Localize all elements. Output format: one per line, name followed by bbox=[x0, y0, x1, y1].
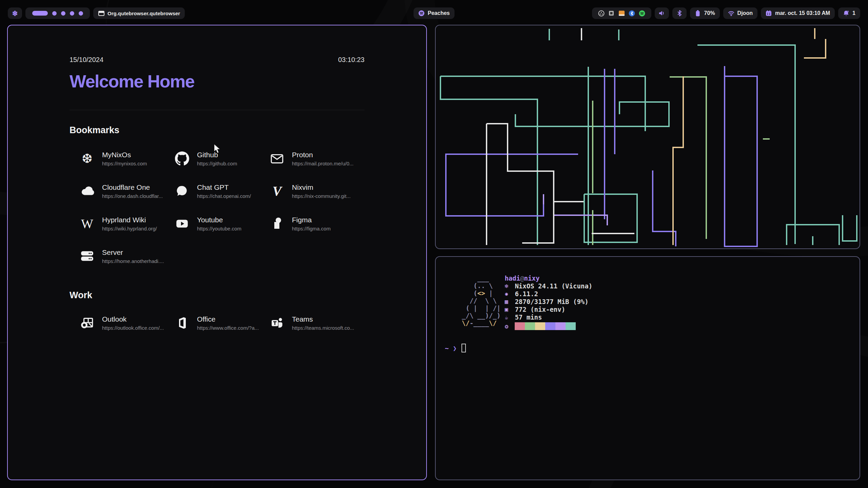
workspace-active[interactable] bbox=[32, 11, 48, 16]
terminal-cursor bbox=[461, 344, 466, 352]
bookmark-url: https://teams.microsoft.co... bbox=[292, 325, 354, 331]
notification-count: 1 bbox=[852, 10, 855, 16]
bookmark-name: Nixvim bbox=[292, 183, 351, 191]
chat-bubble-icon bbox=[175, 184, 190, 199]
fastfetch-packages-line: ▣ 772 (nix-env) bbox=[505, 306, 592, 313]
bookmark-outlook[interactable]: Outlook https://outlook.office.com/... bbox=[80, 314, 175, 332]
system-tray[interactable] bbox=[592, 7, 651, 19]
workspace-dot[interactable] bbox=[79, 11, 83, 16]
shell-prompt[interactable]: ~ ❯ bbox=[445, 344, 849, 352]
workspace-dot[interactable] bbox=[52, 11, 57, 16]
teams-icon bbox=[270, 316, 284, 330]
mouse-cursor bbox=[213, 144, 222, 155]
palette-swatch bbox=[566, 322, 576, 330]
kernel-icon: ✺ bbox=[505, 290, 515, 298]
youtube-icon bbox=[175, 216, 190, 231]
bookmark-url: https://outlook.office.com/... bbox=[102, 325, 164, 331]
bookmarks-grid: ❆ MyNixOs https://mynixos.com Github htt… bbox=[70, 150, 364, 265]
bell-icon bbox=[843, 10, 849, 17]
startpage-time: 03:10:23 bbox=[338, 56, 364, 64]
bookmark-name: MyNixOs bbox=[102, 151, 147, 159]
mynixos-icon: ❆ bbox=[80, 151, 95, 166]
bookmark-server[interactable]: Server https://home.anotherhadi.... bbox=[80, 247, 175, 265]
cloud-icon bbox=[80, 184, 95, 199]
palette-icon: ❂ bbox=[505, 322, 515, 330]
bookmark-url: https://home.anotherhadi.... bbox=[102, 258, 164, 264]
bookmark-url: https://mail.proton.me/u/0... bbox=[292, 161, 354, 166]
bookmark-office[interactable]: Office https://www.office.com/?a... bbox=[175, 314, 270, 332]
bookmark-youtube[interactable]: Youtube https://youtube.com bbox=[175, 215, 270, 232]
fastfetch-os-line: ❄ NixOS 24.11 (Vicuna) bbox=[505, 282, 592, 290]
bookmark-name: Cloudflare One bbox=[102, 183, 163, 191]
figma-icon bbox=[270, 216, 284, 231]
pipes-window[interactable] bbox=[435, 25, 860, 249]
bookmark-hyprland-wiki[interactable]: W Hyprland Wiki https://wiki.hyprland.or… bbox=[80, 215, 175, 232]
window-title-module[interactable]: Org.qutebrowser.qutebrowser bbox=[93, 7, 185, 19]
window-icon bbox=[98, 10, 104, 17]
calendar-icon bbox=[766, 10, 772, 17]
password-manager-icon[interactable] bbox=[608, 10, 615, 17]
workspace-dot[interactable] bbox=[70, 11, 74, 16]
nixos-icon: ❄ bbox=[505, 282, 515, 290]
bookmark-proton[interactable]: Proton https://mail.proton.me/u/0... bbox=[270, 150, 364, 167]
bookmark-name: Office bbox=[197, 315, 259, 323]
wifi-icon bbox=[728, 10, 734, 17]
bookmark-figma[interactable]: Figma https://figma.com bbox=[270, 215, 364, 232]
bookmark-name: Chat GPT bbox=[197, 183, 251, 191]
battery-icon bbox=[695, 10, 701, 17]
bookmark-chatgpt[interactable]: Chat GPT https://chat.openai.com/ bbox=[175, 182, 270, 200]
bookmark-url: https://youtube.com bbox=[197, 226, 241, 231]
speaker-icon bbox=[658, 10, 665, 17]
divider bbox=[70, 110, 364, 110]
bookmark-url: https://github.com bbox=[197, 161, 237, 166]
bookmark-url: https://nix-community.git... bbox=[292, 193, 351, 199]
media-title: Peaches bbox=[428, 10, 450, 16]
bluetooth-module[interactable] bbox=[672, 7, 687, 19]
server-icon bbox=[80, 249, 95, 264]
bookmark-name: Teams bbox=[292, 315, 354, 323]
bluetooth-icon bbox=[676, 10, 683, 17]
bookmark-name: Figma bbox=[292, 216, 331, 224]
palette-swatch bbox=[515, 322, 525, 330]
clock-label: mar. oct. 15 03:10 AM bbox=[775, 10, 830, 16]
workspaces-module[interactable] bbox=[25, 7, 90, 19]
network-ssid: Djoon bbox=[737, 10, 753, 16]
packages-value: 772 (nix-env) bbox=[515, 306, 565, 313]
workspace-dot[interactable] bbox=[61, 11, 65, 16]
fastfetch-user-host: hadi@nixy bbox=[505, 274, 592, 282]
bookmark-name: Youtube bbox=[197, 216, 241, 224]
bookmark-teams[interactable]: Teams https://teams.microsoft.co... bbox=[270, 314, 364, 332]
bookmark-nixvim[interactable]: V Nixvim https://nix-community.git... bbox=[270, 182, 364, 200]
fastfetch-uptime-line: ☕ 57 mins bbox=[505, 313, 592, 321]
browser-window[interactable]: 15/10/2024 03:10:23 Welcome Home Bookmar… bbox=[7, 25, 427, 480]
clock-module[interactable]: mar. oct. 15 03:10 AM bbox=[761, 7, 835, 19]
palette-swatch bbox=[545, 322, 555, 330]
record-icon[interactable] bbox=[598, 10, 605, 17]
terminal-window[interactable]: ___ (.. \ (<> | // \ \ ( | | /|_/\ __)/_… bbox=[435, 256, 860, 480]
bookmark-url: https://www.office.com/?a... bbox=[197, 325, 259, 331]
bookmark-cloudflare-one[interactable]: Cloudflare One https://one.dash.cloudfla… bbox=[80, 182, 175, 200]
network-module[interactable]: Djoon bbox=[723, 7, 757, 19]
prompt-cwd: ~ bbox=[445, 344, 449, 352]
uptime-value: 57 mins bbox=[515, 313, 542, 321]
terminal-palette bbox=[515, 322, 576, 330]
nixos-snowflake-icon: ❄ bbox=[12, 10, 18, 17]
volume-module[interactable] bbox=[655, 7, 669, 19]
battery-module[interactable]: 70% bbox=[690, 7, 720, 19]
spotify-tray-icon[interactable] bbox=[639, 10, 645, 17]
launcher-button[interactable]: ❄ bbox=[8, 7, 22, 19]
files-icon[interactable] bbox=[618, 10, 625, 17]
bookmark-mynixos[interactable]: ❆ MyNixOs https://mynixos.com bbox=[80, 150, 175, 167]
spotify-icon bbox=[418, 10, 425, 17]
palette-swatch bbox=[535, 322, 545, 330]
notifications-module[interactable]: 1 bbox=[838, 7, 860, 19]
bookmark-name: Hyprland Wiki bbox=[102, 216, 157, 224]
window-title-label: Org.qutebrowser.qutebrowser bbox=[107, 11, 180, 16]
bookmark-name: Server bbox=[102, 248, 164, 257]
media-player-module[interactable]: Peaches bbox=[414, 7, 455, 19]
wikipedia-icon: W bbox=[80, 216, 95, 231]
fastfetch-output: ___ (.. \ (<> | // \ \ ( | | /|_/\ __)/_… bbox=[462, 274, 849, 330]
bluetooth-icon[interactable] bbox=[629, 10, 635, 17]
bookmark-github[interactable]: Github https://github.com bbox=[175, 150, 270, 167]
packages-icon: ▣ bbox=[505, 306, 515, 313]
